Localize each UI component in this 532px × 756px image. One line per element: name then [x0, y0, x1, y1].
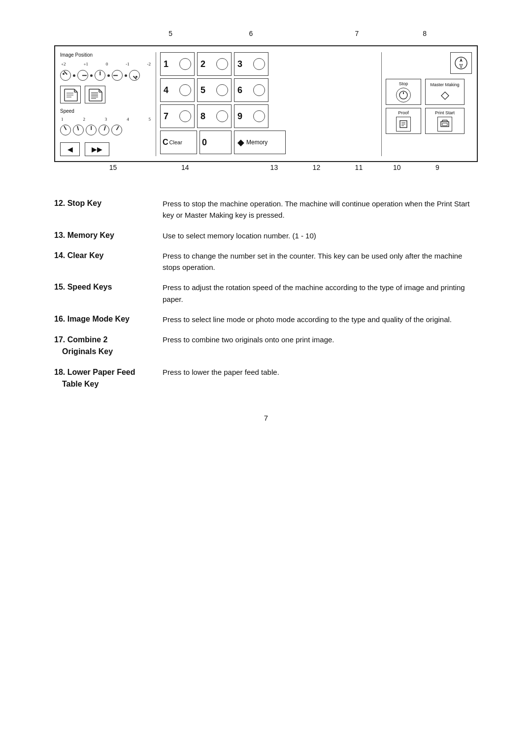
arrow-keys: ◀ ▶▶: [60, 142, 152, 156]
speed-4: 4: [127, 117, 129, 122]
dial-1[interactable]: [60, 70, 71, 81]
memory-key[interactable]: ◆ Memory: [234, 131, 286, 154]
def-row-15: 15. Speed Keys Press to adjust the rotat…: [54, 282, 478, 305]
bottom-num-10: 10: [393, 164, 401, 171]
key-7-label: 7: [164, 111, 168, 122]
def-term-15: 15. Speed Keys: [54, 282, 163, 293]
right-double-arrow-key[interactable]: ▶▶: [85, 142, 109, 156]
key-0-label: 0: [202, 137, 207, 148]
doc-icon-2[interactable]: [85, 86, 105, 103]
numpad-row-1: 1 2 3: [160, 52, 377, 76]
speed-dial-3[interactable]: [86, 125, 97, 135]
def-desc-15: Press to adjust the rotation speed of th…: [163, 282, 478, 305]
key-8[interactable]: 8: [197, 104, 232, 128]
key-6[interactable]: 6: [234, 78, 268, 102]
bottom-numbers: 15 14 13 12 11 10 9: [54, 164, 478, 178]
top-right-row: [386, 52, 472, 74]
image-position-dials: [60, 70, 152, 81]
compass-svg: [453, 55, 469, 71]
doc-icon-1[interactable]: [60, 86, 81, 103]
def-term-12: 12. Stop Key: [54, 198, 163, 209]
key-3[interactable]: 3: [234, 52, 268, 76]
key-1[interactable]: 1: [160, 52, 195, 76]
def-term-13: 13. Memory Key: [54, 230, 163, 241]
clear-key[interactable]: C Clear: [160, 131, 197, 154]
dot-between-4: [125, 74, 127, 77]
print-start-label: Print Start: [435, 110, 455, 115]
memory-label: Memory: [246, 139, 267, 146]
panel-middle: 1 2 3 4 5 6 7 8 9: [160, 52, 382, 156]
image-position-label: Image Position: [60, 52, 152, 58]
def-desc-16: Press to select line mode or photo mode …: [163, 314, 478, 325]
dial-4[interactable]: [112, 70, 123, 81]
def-row-12: 12. Stop Key Press to stop the machine o…: [54, 198, 478, 221]
speed-dial-4[interactable]: [99, 125, 109, 135]
bottom-num-13: 13: [270, 164, 278, 171]
top-num-5: 5: [168, 30, 172, 37]
stop-key[interactable]: Stop: [386, 79, 421, 105]
key-3-label: 3: [237, 59, 242, 69]
panel-right: Stop Master Making ◇: [386, 52, 472, 156]
def-desc-14: Press to change the number set in the co…: [163, 250, 478, 273]
key-5[interactable]: 5: [197, 78, 232, 102]
master-making-key[interactable]: Master Making ◇: [425, 79, 465, 105]
navigate-icon[interactable]: [450, 52, 472, 74]
left-arrow-key[interactable]: ◀: [60, 142, 80, 156]
panel-left: Image Position +2 +1 0 -1 -2: [60, 52, 156, 156]
stop-svg: [399, 90, 408, 100]
scale-m1: -1: [126, 62, 130, 66]
speed-2: 2: [83, 117, 85, 122]
top-num-8: 8: [423, 30, 427, 37]
svg-marker-24: [460, 64, 463, 68]
print-start-key[interactable]: Print Start: [425, 108, 465, 134]
page-number: 7: [264, 414, 268, 422]
key-4[interactable]: 4: [160, 78, 195, 102]
def-row-14: 14. Clear Key Press to change the number…: [54, 250, 478, 273]
key-6-circle: [253, 84, 265, 96]
key-8-circle: [216, 110, 228, 122]
key-8-label: 8: [200, 111, 205, 122]
speed-dial-1[interactable]: [60, 125, 71, 135]
master-making-icon: ◇: [441, 89, 449, 101]
key-4-circle: [179, 84, 191, 96]
top-numbers: 5 6 7 8: [54, 30, 478, 44]
scale-p1: +1: [83, 62, 88, 66]
key-2[interactable]: 2: [197, 52, 232, 76]
key-6-label: 6: [237, 85, 242, 96]
top-num-7: 7: [355, 30, 359, 37]
svg-rect-32: [442, 123, 447, 126]
proof-key[interactable]: Proof: [386, 108, 421, 134]
stop-master-row: Stop Master Making ◇: [386, 79, 472, 105]
dial-3[interactable]: [95, 70, 105, 81]
speed-1: 1: [61, 117, 64, 122]
key-0[interactable]: 0: [200, 131, 232, 154]
dial-2[interactable]: [77, 70, 88, 81]
def-term-16: 16. Image Mode Key: [54, 314, 163, 325]
doc-svg-1: [61, 86, 81, 104]
numpad-row-4: C Clear 0 ◆ Memory: [160, 131, 377, 154]
key-7[interactable]: 7: [160, 104, 195, 128]
key-0-circle: [207, 137, 218, 148]
bottom-num-14: 14: [181, 164, 189, 171]
numpad-row-3: 7 8 9: [160, 104, 377, 128]
memory-diamond: ◆: [237, 137, 244, 148]
key-2-label: 2: [200, 59, 205, 69]
stop-icon: [396, 88, 411, 102]
key-9-label: 9: [237, 111, 242, 122]
print-start-icon: [437, 117, 452, 131]
def-desc-12: Press to stop the machine operation. The…: [163, 198, 478, 221]
speed-dial-5[interactable]: [111, 125, 122, 135]
key-9-circle: [253, 110, 265, 122]
doc-icons-row: [60, 86, 152, 103]
dial-5[interactable]: [129, 70, 140, 81]
speed-dial-2[interactable]: [73, 125, 84, 135]
key-9[interactable]: 9: [234, 104, 268, 128]
speed-label: Speed: [60, 108, 152, 114]
dot-between-2: [90, 74, 93, 77]
clear-sublabel: Clear: [169, 139, 182, 145]
proof-label: Proof: [398, 110, 409, 115]
def-row-16: 16. Image Mode Key Press to select line …: [54, 314, 478, 325]
def-term-18: 18. Lower Paper Feed Table Key: [54, 366, 163, 390]
dot-between-3: [107, 74, 110, 77]
clear-c-label: C: [163, 138, 168, 147]
